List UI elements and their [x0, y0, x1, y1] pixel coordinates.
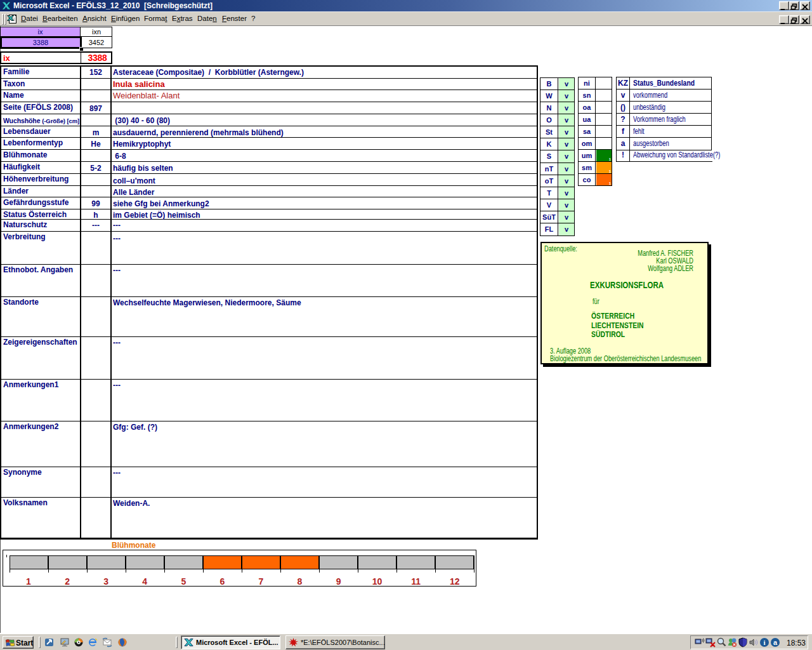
svg-text:a: a [773, 639, 778, 646]
svg-text:i: i [763, 639, 765, 646]
